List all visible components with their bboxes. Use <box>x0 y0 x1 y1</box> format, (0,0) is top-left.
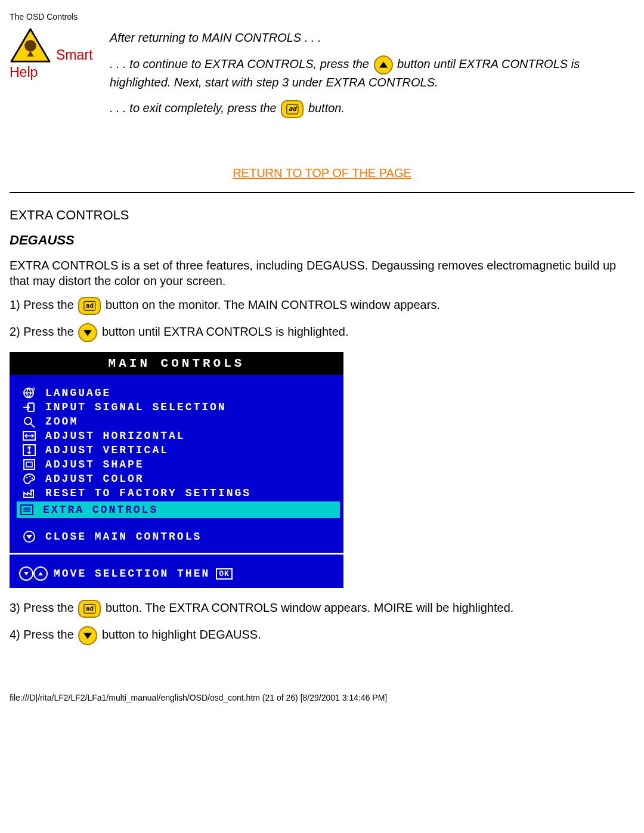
osd-item-label: ADJUST SHAPE <box>45 459 144 470</box>
step-3: 3) Press the button. The EXTRA CONTROLS … <box>10 600 634 618</box>
osd-body: ? LANGUAGE INPUT SIGNAL SELECTION ZOOM A… <box>10 375 343 561</box>
svg-point-6 <box>24 417 32 425</box>
osd-item-reset: RESET TO FACTORY SETTINGS <box>19 486 338 500</box>
divider <box>10 192 634 193</box>
step1a: 1) Press the <box>10 298 77 311</box>
step2b: button until EXTRA CONTROLS is highlight… <box>102 325 349 338</box>
footer-up-icon <box>33 566 48 581</box>
osd-footer: MOVE SELECTION THEN OK <box>10 561 343 588</box>
step3a: 3) Press the <box>10 601 77 614</box>
intro-line1: After returning to MAIN CONTROLS . . . <box>110 30 634 46</box>
section-title: EXTRA CONTROLS <box>10 208 634 223</box>
osd-item-label: ZOOM <box>45 416 78 428</box>
svg-point-14 <box>32 478 33 479</box>
step-2: 2) Press the button until EXTRA CONTROLS… <box>10 323 634 342</box>
osd-title: MAIN CONTROLS <box>10 352 343 375</box>
footer-path: file:///D|/rita/LF2/LF2/LFa1/multi_manua… <box>10 693 634 702</box>
svg-point-12 <box>26 477 28 479</box>
step-4: 4) Press the button to highlight DEGAUSS… <box>10 626 634 645</box>
osd-item-label: ADJUST VERTICAL <box>45 444 169 456</box>
step3b: button. The EXTRA CONTROLS window appear… <box>106 601 513 614</box>
step-1: 1) Press the button on the monitor. The … <box>10 297 634 315</box>
svg-point-13 <box>29 476 31 478</box>
smart-help-text: After returning to MAIN CONTROLS . . . .… <box>110 30 634 128</box>
svg-marker-22 <box>38 572 43 575</box>
intro-line2: . . . to continue to EXTRA CONTROLS, pre… <box>110 55 634 91</box>
osd-item-label: INPUT SIGNAL SELECTION <box>45 401 227 413</box>
osd-item-label: ADJUST HORIZONTAL <box>45 430 185 442</box>
osd-item-label: ADJUST COLOR <box>45 473 144 485</box>
osd-item-language: ? LANGUAGE <box>19 386 338 400</box>
globe-icon: ? <box>21 386 37 400</box>
down-arrow-icon <box>78 323 97 342</box>
down-arrow-icon <box>78 626 97 645</box>
warning-triangle-icon <box>10 27 51 63</box>
osd-item-vertical: ADJUST VERTICAL <box>19 443 338 457</box>
page-header: The OSD Controls <box>10 12 634 21</box>
osd-item-shape: ADJUST SHAPE <box>19 457 338 472</box>
step1b: button on the monitor. The MAIN CONTROLS… <box>106 298 440 311</box>
svg-rect-10 <box>24 460 35 469</box>
factory-icon <box>21 487 37 500</box>
osd-item-extra-highlighted: EXTRA CONTROLS <box>17 501 340 518</box>
step4b: button to highlight DEGAUSS. <box>102 628 261 641</box>
osd-item-label: RESET TO FACTORY SETTINGS <box>45 487 251 499</box>
intro-line3: . . . to exit completely, press the butt… <box>110 100 634 118</box>
description: EXTRA CONTROLS is a set of three feature… <box>10 258 634 289</box>
shape-icon <box>21 458 37 471</box>
down-circle-icon <box>21 530 37 543</box>
svg-marker-20 <box>26 535 32 539</box>
up-arrow-icon <box>374 55 393 75</box>
osd-panel: MAIN CONTROLS ? LANGUAGE INPUT SIGNAL SE… <box>10 352 343 588</box>
svg-rect-11 <box>26 462 32 467</box>
list-icon <box>19 503 35 516</box>
smart-help-block: Smart Help After returning to MAIN CONTR… <box>10 27 634 128</box>
step2a: 2) Press the <box>10 325 77 338</box>
return-to-top: RETURN TO TOP OF THE PAGE <box>10 166 634 180</box>
osd-ok-icon: OK <box>216 568 233 580</box>
sub-title: DEGAUSS <box>10 233 634 248</box>
ok-button-icon <box>78 297 101 315</box>
intro-line2a: . . . to continue to EXTRA CONTROLS, pre… <box>110 57 373 70</box>
vertical-icon <box>21 444 37 457</box>
intro-line3b: button. <box>308 101 345 114</box>
osd-item-label: LANGUAGE <box>45 387 111 399</box>
ok-button-icon <box>78 600 101 618</box>
osd-close-label: CLOSE MAIN CONTROLS <box>45 531 202 543</box>
osd-item-input: INPUT SIGNAL SELECTION <box>19 400 338 414</box>
ok-button-icon <box>281 100 304 118</box>
footer-down-icon <box>19 566 33 581</box>
horizontal-icon <box>21 429 37 442</box>
zoom-icon <box>21 415 37 428</box>
osd-item-horizontal: ADJUST HORIZONTAL <box>19 429 338 443</box>
osd-item-label: EXTRA CONTROLS <box>43 504 158 516</box>
svg-point-1 <box>24 40 36 52</box>
intro-line3a: . . . to exit completely, press the <box>110 101 280 114</box>
input-icon <box>21 401 37 414</box>
osd-item-zoom: ZOOM <box>19 414 338 429</box>
palette-icon <box>21 472 37 485</box>
osd-footer-text: MOVE SELECTION THEN <box>54 568 210 580</box>
osd-close-row: CLOSE MAIN CONTROLS <box>19 519 338 547</box>
osd-divider <box>10 553 343 555</box>
svg-line-7 <box>31 424 35 428</box>
smart-help-left: Smart Help <box>10 27 105 80</box>
smart-label: Smart <box>56 47 92 63</box>
help-label: Help <box>10 64 38 80</box>
return-to-top-link[interactable]: RETURN TO TOP OF THE PAGE <box>233 166 411 179</box>
svg-text:?: ? <box>32 387 36 393</box>
svg-marker-21 <box>24 572 29 575</box>
osd-item-color: ADJUST COLOR <box>19 472 338 486</box>
step4a: 4) Press the <box>10 628 77 641</box>
